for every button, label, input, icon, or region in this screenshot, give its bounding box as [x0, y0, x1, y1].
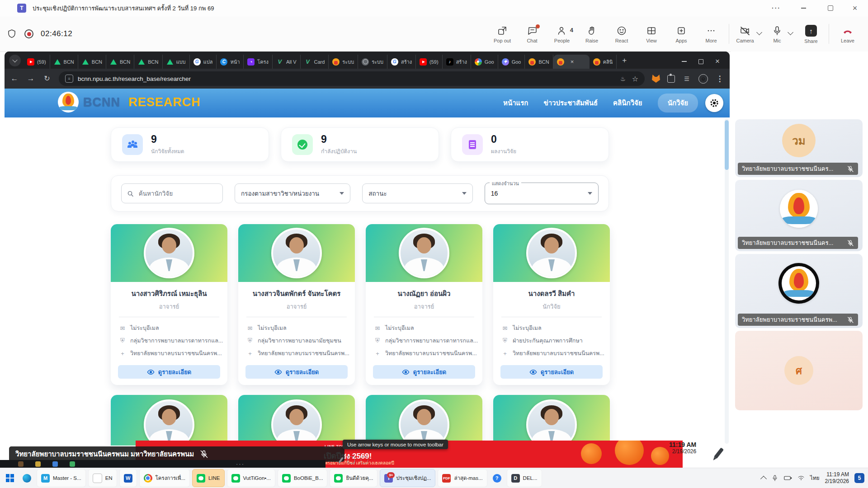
new-tab-button[interactable]	[618, 55, 630, 66]
metamask-extension-icon[interactable]	[652, 75, 660, 83]
tab-search-button[interactable]	[9, 55, 21, 66]
chat-button[interactable]: Chat	[517, 24, 547, 43]
apps-button[interactable]: Apps	[666, 24, 696, 43]
view-details-button[interactable]: ดูรายละเอียด	[500, 365, 603, 379]
taskbar-item[interactable]: BoOBiE_B...	[278, 469, 328, 487]
status-dropdown[interactable]: สถานะ	[362, 183, 473, 203]
researcher-card[interactable]	[111, 395, 227, 446]
researcher-card[interactable]: นางณัฏยา อ่อนผิว อาจารย์ ✉ไม่ระบุอีเมล ⛨…	[366, 224, 482, 385]
react-button[interactable]: React	[607, 24, 637, 43]
minimize-button[interactable]	[793, 0, 814, 16]
taskbar-item[interactable]: ยินดีด้วยคุ...	[330, 469, 377, 487]
browser-maximize-button[interactable]	[698, 59, 703, 64]
back-button[interactable]	[10, 74, 19, 83]
taskbar-clock[interactable]: 11:19 AM 2/19/2026	[825, 471, 849, 485]
annotation-toolbar[interactable]	[340, 456, 368, 464]
taskbar-item[interactable]: โครงการเพื่...	[139, 469, 190, 487]
browser-tab[interactable]: แปล	[190, 55, 217, 69]
browser-tab[interactable]: BCN	[78, 55, 106, 69]
view-details-button[interactable]: ดูรายละเอียด	[373, 365, 475, 379]
participant-tile[interactable]: วิทยาลัยพยาบาลบรมราชชนนีนคร...	[735, 180, 863, 251]
notification-center-badge[interactable]: 5	[854, 473, 864, 483]
browser-tab[interactable]: BCN	[525, 55, 553, 69]
camera-button[interactable]: Camera	[732, 24, 758, 43]
browser-tab[interactable]: สร้าง	[387, 55, 416, 69]
taskbar-item[interactable]: DEL...	[507, 469, 542, 487]
bookmark-star-icon[interactable]	[632, 75, 638, 83]
language-indicator[interactable]: ไทย	[810, 474, 820, 482]
taskbar-item[interactable]: ล่าสุด-mas...	[438, 469, 487, 487]
participant-tile[interactable]: วม วิทยาลัยพยาบาลบรมราชชนนีนคร...	[735, 119, 863, 177]
reload-button[interactable]	[42, 74, 52, 83]
password-key-icon[interactable]	[620, 75, 626, 82]
tab-groups-icon[interactable]	[682, 74, 691, 83]
more-button[interactable]: More	[696, 24, 726, 43]
titlebar-more-button[interactable]	[766, 0, 787, 16]
browser-tab[interactable]: ระบบ	[329, 55, 358, 69]
maximize-button[interactable]	[820, 0, 841, 16]
view-details-button[interactable]: ดูรายละเอียด	[118, 365, 220, 379]
browser-tab[interactable]: Goo	[471, 55, 498, 69]
start-button[interactable]	[3, 469, 17, 487]
select-region-icon[interactable]	[361, 456, 368, 464]
taskbar-item-word[interactable]	[119, 469, 137, 487]
participant-tile[interactable]: วิทยาลัยพยาบาลบรมราชชนนีนครพ...	[735, 254, 863, 328]
researcher-card[interactable]: นางสาวจินตพักตร์ จันทะโคตร อาจารย์ ✉ไม่ร…	[238, 224, 355, 385]
browser-tab[interactable]: (59)	[24, 55, 50, 69]
search-input[interactable]	[138, 190, 217, 197]
browser-tab[interactable]: คลินิ	[590, 55, 617, 69]
browser-tab[interactable]: ระบบ	[358, 55, 387, 69]
wifi-icon[interactable]	[797, 475, 805, 481]
participant-tile[interactable]: ศ	[735, 331, 863, 410]
department-dropdown[interactable]: กรองตามสาขาวิชา/หน่วยงาน	[235, 183, 350, 203]
leave-button[interactable]: Leave	[832, 24, 863, 43]
forward-button[interactable]	[26, 74, 35, 83]
mic-button[interactable]: Mic	[765, 24, 789, 43]
taskbar-item[interactable]: LINE	[192, 469, 225, 487]
browser-menu-icon[interactable]	[715, 74, 724, 84]
taskbar-item[interactable]: VutTiGon•...	[227, 469, 275, 487]
show-count-select[interactable]: แสดงจำนวน 16	[485, 183, 599, 204]
view-button[interactable]: View	[637, 24, 666, 43]
researcher-card[interactable]: นางสาวศิริภรณ์ เหมะธุลิน อาจารย์ ✉ไม่ระบ…	[111, 224, 227, 385]
browser-tab[interactable]: Goo	[498, 55, 525, 69]
researcher-card[interactable]	[493, 395, 610, 446]
taskbar-language-button[interactable]: EN	[88, 469, 117, 487]
browser-tab[interactable]: หน้า	[217, 55, 244, 69]
tray-mic-icon[interactable]	[771, 474, 778, 482]
nav-clinic[interactable]: คลินิกวิจัย	[613, 98, 642, 108]
tray-chevron-up-icon[interactable]	[760, 475, 767, 482]
browser-minimize-button[interactable]	[682, 61, 687, 62]
researcher-card[interactable]	[238, 395, 355, 446]
browser-close-button[interactable]	[715, 57, 720, 66]
browser-tab-active[interactable]	[553, 55, 590, 69]
share-button[interactable]: Share	[796, 24, 826, 44]
extensions-icon[interactable]	[667, 75, 675, 83]
site-info-icon[interactable]	[65, 75, 73, 83]
address-bar[interactable]: bcnn.npu.ac.th/research_base/researcher	[59, 71, 645, 86]
search-field[interactable]	[121, 183, 223, 203]
close-button[interactable]	[844, 0, 865, 16]
browser-tab[interactable]: All V	[273, 55, 301, 69]
page-scrollbar-thumb[interactable]	[725, 120, 729, 170]
edge-taskbar-icon[interactable]	[19, 469, 34, 487]
browser-tab[interactable]: BCN	[106, 55, 134, 69]
nav-home[interactable]: หน้าแรก	[503, 98, 528, 108]
site-brand[interactable]: BCNN RESEARCH	[58, 92, 201, 113]
profile-avatar-icon[interactable]	[698, 74, 708, 84]
taskbar-item-teams-meeting[interactable]: 9+ประชุมเชิงปฏ...	[380, 469, 435, 487]
researcher-card[interactable]	[366, 395, 482, 446]
nav-news[interactable]: ข่าวประชาสัมพันธ์	[543, 98, 598, 108]
browser-tab[interactable]: (59)	[416, 55, 443, 69]
taskbar-help-icon[interactable]	[490, 469, 505, 487]
battery-icon[interactable]	[784, 475, 792, 481]
browser-tab[interactable]: BCN	[50, 55, 78, 69]
view-details-button[interactable]: ดูรายละเอียด	[245, 365, 348, 379]
browser-tab[interactable]: แบบ	[163, 55, 190, 69]
taskbar-item[interactable]: Master - S...	[37, 469, 86, 487]
shape-tool-icon[interactable]	[348, 456, 355, 464]
settings-button[interactable]	[705, 94, 723, 112]
people-button[interactable]: 4 People	[547, 24, 577, 43]
close-tab-icon[interactable]	[571, 58, 574, 65]
browser-tab[interactable]: โครง	[244, 55, 273, 69]
